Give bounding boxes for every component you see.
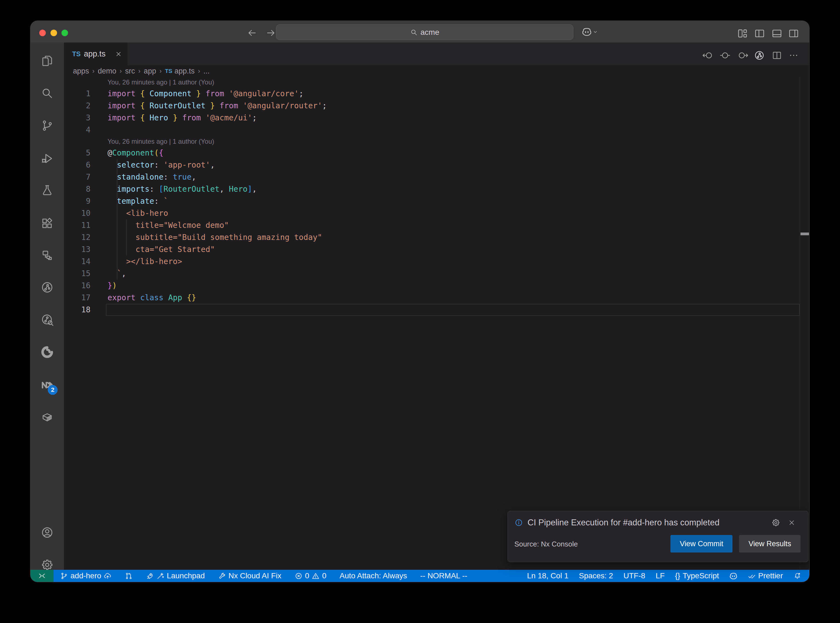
status-vim-mode[interactable]: -- NORMAL -- [414,570,474,582]
activity-item-accounts[interactable] [41,526,54,539]
status-text: Launchpad [167,571,205,580]
breadcrumb-item-[interactable]: ... [204,67,210,75]
breadcrumb-separator: › [120,67,122,75]
status-encoding[interactable]: UTF-8 [618,570,650,582]
notification-button-view-results[interactable]: View Results [739,535,800,552]
line-number: 4 [64,124,91,136]
split-editor-icon [771,50,782,61]
nav-forward-button[interactable] [266,28,276,38]
copilot-menu-button[interactable] [582,27,598,37]
more-actions-button[interactable] [788,50,799,61]
line-number: 1 [64,88,91,100]
rocket-icon [146,572,154,580]
code-text: export class App {} [107,292,196,304]
beaker-icon [41,184,54,197]
notification-title: CI Pipeline Execution for #add-hero has … [528,518,766,528]
activity-item-nx[interactable]: 2 [41,378,54,391]
code-editor[interactable]: You, 26 minutes ago | 1 author (You)1imp… [64,77,809,570]
line-number: 16 [64,280,91,292]
scrollbar-overview-ruler[interactable] [800,77,809,570]
activity-item-nx-console-swirl[interactable] [41,345,54,359]
code-text: @Component({ [107,147,163,159]
bell-dot-icon [793,572,801,580]
code-text: import { RouterOutlet } from '@angular/r… [107,100,327,112]
status-branch[interactable]: add-hero [54,570,118,582]
status-formatter[interactable]: Prettier [743,570,788,582]
toggle-panel-bottom-button[interactable] [771,28,783,39]
info-icon-wrap [514,518,523,527]
status-bar: add-heroLaunchpadNx Cloud AI Fix00Auto A… [31,570,809,582]
code-text: cta="Get Started" [107,244,215,256]
notification-settings-button[interactable] [771,518,780,527]
status-text: 0 [305,571,309,580]
status-cursor-position[interactable]: Ln 18, Col 1 [522,570,574,582]
status-text: Nx Cloud AI Fix [229,571,281,580]
swirl-icon [41,345,54,359]
breadcrumb-item-demo[interactable]: demo [98,67,117,75]
breadcrumb-item-app[interactable]: app [144,67,156,75]
vscode-window: acme 2 TSapp.ts apps›demo›src›app›TSapp.… [31,21,809,582]
activity-item-testing[interactable] [41,184,54,197]
traffic-light-zoom[interactable] [61,30,68,36]
code-line-9: 9 template: ` [64,195,809,207]
tab-app-ts[interactable]: TSapp.ts [64,43,128,65]
traffic-light-minimize[interactable] [51,30,57,36]
activity-item-source-control[interactable] [41,119,54,132]
notification-button-view-commit[interactable]: View Commit [671,535,733,552]
status-problems[interactable]: 00 [288,570,333,582]
status-auto-attach[interactable]: Auto Attach: Always [333,570,414,582]
breadcrumb-item-appts[interactable]: app.ts [175,67,195,75]
activity-item-project-structure[interactable] [41,249,54,262]
breadcrumb-separator: › [92,67,95,75]
nav-forward-circle-button[interactable] [737,50,748,61]
sparkle-wand-icon [157,572,164,580]
command-center-search[interactable]: acme [276,25,573,40]
activity-item-extensions[interactable] [41,216,54,230]
status-remote-indicator[interactable] [31,570,54,582]
blame-row: You, 26 minutes ago | 1 author (You) [64,77,809,88]
activity-item-search[interactable] [41,87,54,100]
ts-file-icon: TS [72,50,81,58]
breadcrumb-item-src[interactable]: src [125,67,135,75]
activity-item-nx-project-search[interactable] [41,313,54,326]
line-number: 5 [64,147,91,159]
status-sync-branch[interactable] [118,570,139,582]
breadcrumb-item-apps[interactable]: apps [73,67,89,75]
status-right-group: Ln 18, Col 1Spaces: 2UTF-8LF{}TypeScript… [522,570,809,582]
status-indentation[interactable]: Spaces: 2 [574,570,618,582]
nx-graph-button[interactable] [754,50,765,61]
status-text: add-hero [71,571,101,580]
notification-buttons: View CommitView Results [671,535,800,552]
copilot-icon [582,27,592,37]
cloud-upload-icon [104,572,112,580]
code-line-12: 12 subtitle="Build something amazing tod… [64,232,809,244]
nav-forward-circle-icon [737,50,748,61]
activity-item-run-debug[interactable] [41,152,54,165]
code-line-7: 7 standalone: true, [64,171,809,183]
status-text: Auto Attach: Always [339,571,407,580]
nav-back-button[interactable] [247,28,257,38]
status-nx-cloud-ai-fix[interactable]: Nx Cloud AI Fix [212,570,288,582]
status-launchpad[interactable]: Launchpad [139,570,212,582]
nav-back-circle-button[interactable] [702,50,713,61]
remote-icon [38,572,46,580]
nav-circle-button[interactable] [720,50,731,61]
activity-badge: 2 [48,385,58,395]
status-language-mode[interactable]: {}TypeScript [670,570,724,582]
status-notifications-bell[interactable] [788,570,806,582]
status-eol[interactable]: LF [650,570,670,582]
notification-close-button[interactable] [788,519,795,526]
traffic-light-close[interactable] [39,30,46,36]
breadcrumb[interactable]: apps›demo›src›app›TSapp.ts›... [64,65,809,77]
toggle-panel-left-button[interactable] [754,28,765,39]
activity-item-explorer[interactable] [41,54,54,68]
activity-item-settings[interactable] [41,558,54,571]
status-copilot[interactable] [724,570,743,582]
activity-item-containers[interactable] [41,411,54,424]
activity-item-nx-project-graph[interactable] [41,281,54,294]
toggle-panel-right-button[interactable] [788,28,799,39]
tab-close-button[interactable] [115,51,122,58]
titlebar: acme [31,21,809,43]
split-editor-button[interactable] [771,50,782,61]
customize-layout-button[interactable] [737,28,748,39]
